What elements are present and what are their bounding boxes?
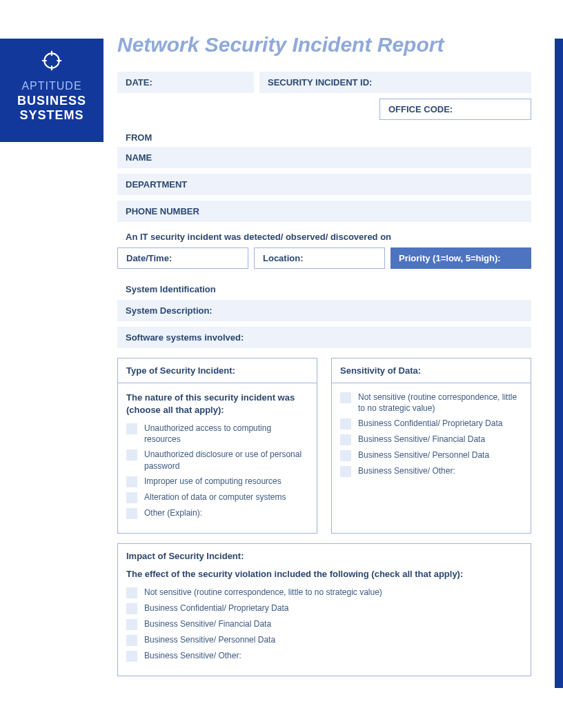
sens-opt-2[interactable]: Business Sensitive/ Financial Data xyxy=(340,434,522,445)
impact-opt-1[interactable]: Business Confidential/ Proprietary Data xyxy=(126,603,522,614)
type-opt-2[interactable]: Improper use of computing resources xyxy=(126,476,308,487)
sysid-label: System Identification xyxy=(117,284,531,294)
sens-opt-label: Business Sensitive/ Financial Data xyxy=(358,434,485,445)
checkbox-icon xyxy=(126,423,137,434)
page-title: Network Security Incident Report xyxy=(117,33,531,57)
checkbox-icon xyxy=(340,450,351,461)
type-panel: Type of Security Incident: The nature of… xyxy=(117,358,317,534)
right-accent-stripe xyxy=(555,39,563,688)
impact-opt-label: Business Sensitive/ Other: xyxy=(144,650,241,661)
date-field[interactable]: DATE: xyxy=(117,72,254,93)
impact-panel-intro: The effect of the security violation inc… xyxy=(126,568,522,580)
checkbox-icon xyxy=(126,492,137,503)
type-opt-1[interactable]: Unauthorized disclosure or use of person… xyxy=(126,449,308,471)
type-opt-0[interactable]: Unauthorized access to computing resourc… xyxy=(126,423,308,445)
name-field[interactable]: NAME xyxy=(117,147,531,168)
checkbox-icon xyxy=(340,392,351,403)
checkbox-icon xyxy=(126,603,137,614)
sens-opt-label: Business Confidential/ Proprietary Data xyxy=(358,418,502,429)
incident-id-field[interactable]: SECURITY INCIDENT ID: xyxy=(259,72,531,93)
department-field[interactable]: DEPARTMENT xyxy=(117,174,531,195)
checkbox-icon xyxy=(126,651,137,662)
impact-opt-label: Business Sensitive/ Financial Data xyxy=(144,618,271,629)
type-opt-4[interactable]: Other (Explain): xyxy=(126,507,308,519)
brand-line1: APTITUDE xyxy=(0,80,103,92)
impact-opt-4[interactable]: Business Sensitive/ Other: xyxy=(126,650,522,662)
checkbox-icon xyxy=(340,418,351,429)
type-opt-label: Other (Explain): xyxy=(144,507,202,518)
impact-opt-2[interactable]: Business Sensitive/ Financial Data xyxy=(126,618,522,630)
brand-badge: APTITUDE BUSINESS SYSTEMS xyxy=(0,39,103,142)
datetime-field[interactable]: Date/Time: xyxy=(117,247,248,269)
sens-opt-1[interactable]: Business Confidential/ Proprietary Data xyxy=(340,418,522,429)
phone-field[interactable]: PHONE NUMBER xyxy=(117,201,531,222)
type-opt-label: Alteration of data or computer systems xyxy=(144,492,286,503)
checkbox-icon xyxy=(340,434,351,445)
impact-opt-3[interactable]: Business Sensitive/ Personnel Data xyxy=(126,634,522,646)
checkbox-icon xyxy=(126,635,137,646)
checkbox-icon xyxy=(126,449,137,461)
impact-opt-0[interactable]: Not sensitive (routine correspondence, l… xyxy=(126,587,522,598)
impact-panel-head: Impact of Security Incident: xyxy=(118,544,531,568)
sensitivity-panel-head: Sensitivity of Data: xyxy=(332,358,531,383)
type-panel-intro: The nature of this security incident was… xyxy=(126,392,308,416)
sens-opt-3[interactable]: Business Sensitive/ Personnel Data xyxy=(340,449,522,461)
type-panel-head: Type of Security Incident: xyxy=(118,358,317,383)
impact-opt-label: Business Sensitive/ Personnel Data xyxy=(144,634,275,645)
sensitivity-panel: Sensitivity of Data: Not sensitive (rout… xyxy=(331,358,531,534)
priority-field[interactable]: Priority (1=low, 5=high): xyxy=(391,247,531,269)
brand-line2: BUSINESS xyxy=(0,94,103,108)
sens-opt-4[interactable]: Business Sensitive/ Other: xyxy=(340,465,522,477)
type-opt-3[interactable]: Alteration of data or computer systems xyxy=(126,492,308,503)
system-description-field[interactable]: System Description: xyxy=(117,300,531,321)
sens-opt-label: Business Sensitive/ Other: xyxy=(358,465,455,476)
sens-opt-0[interactable]: Not sensitive (routine correspondence, l… xyxy=(340,392,522,414)
checkbox-icon xyxy=(126,587,137,598)
sens-opt-label: Not sensitive (routine correspondence, l… xyxy=(358,392,522,414)
office-code-field[interactable]: OFFICE CODE: xyxy=(379,99,531,120)
impact-opt-label: Business Confidential/ Proprietary Data xyxy=(144,603,288,614)
brand-line3: SYSTEMS xyxy=(0,108,103,123)
checkbox-icon xyxy=(126,508,137,519)
type-opt-label: Unauthorized disclosure or use of person… xyxy=(144,449,308,471)
target-icon xyxy=(41,50,63,72)
impact-opt-label: Not sensitive (routine correspondence, l… xyxy=(144,587,382,598)
checkbox-icon xyxy=(126,619,137,630)
detected-intro: An IT security incident was detected/ ob… xyxy=(117,232,531,242)
type-opt-label: Unauthorized access to computing resourc… xyxy=(144,423,308,445)
sens-opt-label: Business Sensitive/ Personnel Data xyxy=(358,449,489,461)
location-field[interactable]: Location: xyxy=(254,247,385,269)
checkbox-icon xyxy=(340,466,351,477)
impact-panel: Impact of Security Incident: The effect … xyxy=(117,543,531,677)
form-content: Network Security Incident Report DATE: S… xyxy=(117,33,531,676)
software-involved-field[interactable]: Software systems involved: xyxy=(117,327,531,348)
checkbox-icon xyxy=(126,476,137,487)
type-opt-label: Improper use of computing resources xyxy=(144,476,282,487)
from-label: FROM xyxy=(117,132,531,143)
